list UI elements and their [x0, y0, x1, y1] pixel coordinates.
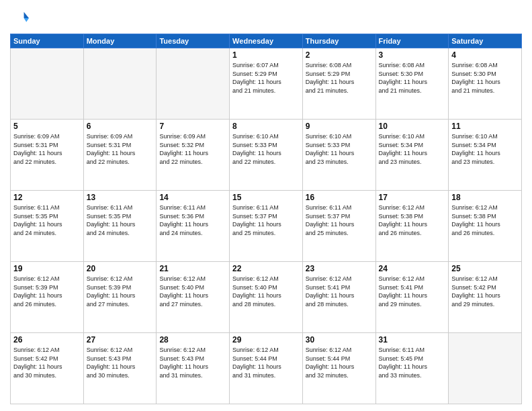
calendar-cell: 14Sunrise: 6:11 AM Sunset: 5:36 PM Dayli…	[157, 191, 230, 262]
day-info: Sunrise: 6:12 AM Sunset: 5:44 PM Dayligh…	[232, 346, 300, 379]
calendar-cell: 3Sunrise: 6:08 AM Sunset: 5:30 PM Daylig…	[375, 48, 449, 120]
calendar-cell: 23Sunrise: 6:12 AM Sunset: 5:41 PM Dayli…	[302, 262, 375, 333]
day-number: 4	[451, 50, 519, 60]
calendar-cell: 9Sunrise: 6:10 AM Sunset: 5:33 PM Daylig…	[302, 120, 375, 191]
day-number: 13	[87, 193, 154, 202]
week-row-4: 19Sunrise: 6:12 AM Sunset: 5:39 PM Dayli…	[11, 262, 522, 333]
calendar-cell: 2Sunrise: 6:08 AM Sunset: 5:29 PM Daylig…	[302, 48, 375, 120]
day-info: Sunrise: 6:08 AM Sunset: 5:30 PM Dayligh…	[379, 61, 446, 95]
day-info: Sunrise: 6:12 AM Sunset: 5:42 PM Dayligh…	[451, 275, 519, 308]
weekday-header-sunday: Sunday	[11, 34, 84, 48]
day-number: 20	[87, 264, 154, 273]
day-number: 7	[159, 122, 226, 131]
day-number: 15	[232, 193, 300, 202]
calendar-cell: 24Sunrise: 6:12 AM Sunset: 5:41 PM Dayli…	[375, 262, 449, 333]
day-info: Sunrise: 6:12 AM Sunset: 5:40 PM Dayligh…	[232, 275, 300, 308]
day-info: Sunrise: 6:11 AM Sunset: 5:37 PM Dayligh…	[232, 203, 300, 237]
day-number: 19	[13, 264, 81, 273]
calendar-cell: 18Sunrise: 6:12 AM Sunset: 5:38 PM Dayli…	[449, 191, 522, 262]
calendar-cell: 13Sunrise: 6:11 AM Sunset: 5:35 PM Dayli…	[83, 191, 157, 262]
calendar-cell	[11, 48, 84, 120]
day-number: 18	[451, 193, 519, 202]
day-info: Sunrise: 6:11 AM Sunset: 5:37 PM Dayligh…	[306, 203, 373, 237]
day-number: 14	[159, 193, 226, 202]
calendar-table: SundayMondayTuesdayWednesdayThursdayFrid…	[10, 34, 522, 404]
day-number: 9	[306, 122, 373, 131]
svg-marker-1	[24, 18, 29, 22]
calendar-cell: 26Sunrise: 6:12 AM Sunset: 5:42 PM Dayli…	[11, 333, 84, 404]
svg-marker-0	[24, 12, 29, 18]
day-info: Sunrise: 6:08 AM Sunset: 5:29 PM Dayligh…	[306, 61, 373, 95]
day-number: 5	[13, 122, 81, 131]
day-number: 31	[379, 335, 446, 345]
day-number: 24	[379, 264, 446, 273]
calendar-cell: 25Sunrise: 6:12 AM Sunset: 5:42 PM Dayli…	[449, 262, 522, 333]
day-info: Sunrise: 6:12 AM Sunset: 5:41 PM Dayligh…	[306, 275, 373, 308]
day-number: 3	[379, 50, 446, 60]
weekday-header-monday: Monday	[83, 34, 157, 48]
day-info: Sunrise: 6:11 AM Sunset: 5:36 PM Dayligh…	[159, 203, 226, 237]
day-number: 1	[232, 50, 300, 60]
day-number: 21	[159, 264, 226, 273]
day-number: 23	[306, 264, 373, 273]
day-number: 22	[232, 264, 300, 273]
calendar-cell: 15Sunrise: 6:11 AM Sunset: 5:37 PM Dayli…	[230, 191, 303, 262]
day-info: Sunrise: 6:12 AM Sunset: 5:38 PM Dayligh…	[451, 203, 519, 237]
weekday-header-saturday: Saturday	[449, 34, 522, 48]
week-row-1: 1Sunrise: 6:07 AM Sunset: 5:29 PM Daylig…	[11, 48, 522, 120]
day-number: 17	[379, 193, 446, 202]
day-number: 12	[13, 193, 81, 202]
weekday-header-friday: Friday	[375, 34, 449, 48]
day-number: 8	[232, 122, 300, 131]
calendar-cell: 6Sunrise: 6:09 AM Sunset: 5:31 PM Daylig…	[83, 120, 157, 191]
calendar-cell: 30Sunrise: 6:12 AM Sunset: 5:44 PM Dayli…	[302, 333, 375, 404]
day-number: 10	[379, 122, 446, 131]
weekday-header-wednesday: Wednesday	[230, 34, 303, 48]
day-info: Sunrise: 6:12 AM Sunset: 5:39 PM Dayligh…	[13, 275, 81, 308]
calendar-cell: 31Sunrise: 6:11 AM Sunset: 5:45 PM Dayli…	[375, 333, 449, 404]
day-number: 27	[87, 335, 154, 345]
logo	[10, 9, 32, 28]
day-info: Sunrise: 6:12 AM Sunset: 5:38 PM Dayligh…	[379, 203, 446, 237]
calendar-cell: 16Sunrise: 6:11 AM Sunset: 5:37 PM Dayli…	[302, 191, 375, 262]
day-info: Sunrise: 6:11 AM Sunset: 5:35 PM Dayligh…	[87, 203, 154, 237]
day-number: 2	[306, 50, 373, 60]
calendar-cell: 12Sunrise: 6:11 AM Sunset: 5:35 PM Dayli…	[11, 191, 84, 262]
day-number: 16	[306, 193, 373, 202]
calendar-cell: 1Sunrise: 6:07 AM Sunset: 5:29 PM Daylig…	[230, 48, 303, 120]
calendar-cell: 27Sunrise: 6:12 AM Sunset: 5:43 PM Dayli…	[83, 333, 157, 404]
day-info: Sunrise: 6:10 AM Sunset: 5:34 PM Dayligh…	[451, 132, 519, 166]
day-info: Sunrise: 6:09 AM Sunset: 5:31 PM Dayligh…	[13, 132, 81, 166]
day-number: 11	[451, 122, 519, 131]
week-row-2: 5Sunrise: 6:09 AM Sunset: 5:31 PM Daylig…	[11, 120, 522, 191]
logo-icon	[10, 9, 29, 28]
weekday-header-row: SundayMondayTuesdayWednesdayThursdayFrid…	[11, 34, 522, 48]
calendar-cell: 4Sunrise: 6:08 AM Sunset: 5:30 PM Daylig…	[449, 48, 522, 120]
day-info: Sunrise: 6:12 AM Sunset: 5:43 PM Dayligh…	[87, 346, 154, 379]
calendar-cell: 17Sunrise: 6:12 AM Sunset: 5:38 PM Dayli…	[375, 191, 449, 262]
weekday-header-thursday: Thursday	[302, 34, 375, 48]
header	[10, 7, 522, 28]
calendar-cell: 8Sunrise: 6:10 AM Sunset: 5:33 PM Daylig…	[230, 120, 303, 191]
day-number: 25	[451, 264, 519, 273]
day-info: Sunrise: 6:11 AM Sunset: 5:45 PM Dayligh…	[379, 346, 446, 379]
week-row-3: 12Sunrise: 6:11 AM Sunset: 5:35 PM Dayli…	[11, 191, 522, 262]
weekday-header-tuesday: Tuesday	[157, 34, 230, 48]
day-info: Sunrise: 6:11 AM Sunset: 5:35 PM Dayligh…	[13, 203, 81, 237]
day-number: 28	[159, 335, 226, 345]
day-info: Sunrise: 6:12 AM Sunset: 5:39 PM Dayligh…	[87, 275, 154, 308]
day-info: Sunrise: 6:10 AM Sunset: 5:33 PM Dayligh…	[232, 132, 300, 166]
calendar-cell	[83, 48, 157, 120]
calendar-cell	[449, 333, 522, 404]
day-number: 29	[232, 335, 300, 345]
day-info: Sunrise: 6:12 AM Sunset: 5:41 PM Dayligh…	[379, 275, 446, 308]
calendar-cell: 5Sunrise: 6:09 AM Sunset: 5:31 PM Daylig…	[11, 120, 84, 191]
week-row-5: 26Sunrise: 6:12 AM Sunset: 5:42 PM Dayli…	[11, 333, 522, 404]
calendar-cell: 21Sunrise: 6:12 AM Sunset: 5:40 PM Dayli…	[157, 262, 230, 333]
day-info: Sunrise: 6:09 AM Sunset: 5:32 PM Dayligh…	[159, 132, 226, 166]
calendar-cell: 7Sunrise: 6:09 AM Sunset: 5:32 PM Daylig…	[157, 120, 230, 191]
calendar-cell: 20Sunrise: 6:12 AM Sunset: 5:39 PM Dayli…	[83, 262, 157, 333]
day-info: Sunrise: 6:12 AM Sunset: 5:44 PM Dayligh…	[306, 346, 373, 379]
calendar-cell: 11Sunrise: 6:10 AM Sunset: 5:34 PM Dayli…	[449, 120, 522, 191]
day-info: Sunrise: 6:12 AM Sunset: 5:40 PM Dayligh…	[159, 275, 226, 308]
